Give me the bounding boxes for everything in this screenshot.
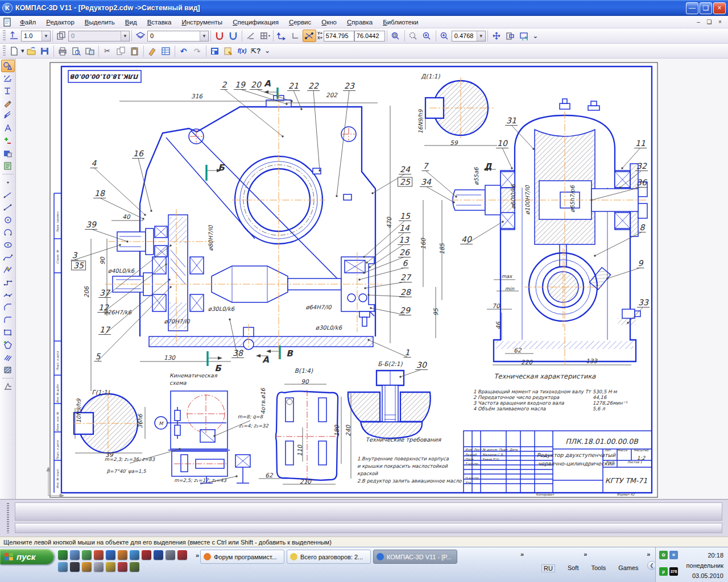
mdi-minimize-button[interactable]: – (694, 19, 703, 25)
quicklaunch-icon[interactable] (166, 550, 175, 560)
quicklaunch-icon[interactable] (106, 550, 115, 560)
menu-item[interactable]: Файл (15, 17, 41, 27)
editing-panel-button[interactable] (1, 97, 15, 110)
variables-button[interactable]: f(x) (235, 45, 249, 57)
reports-panel-button[interactable] (1, 160, 15, 172)
menu-item[interactable]: Вставка (142, 17, 177, 27)
document-view[interactable] (16, 59, 728, 499)
document-manager-button[interactable] (222, 45, 235, 57)
fillet-tool[interactable] (1, 314, 15, 326)
quicklaunch-icon[interactable] (130, 550, 139, 560)
toolbar-chevron[interactable]: » (520, 551, 524, 558)
quicklaunch-icon[interactable] (118, 550, 127, 560)
polyline-tool[interactable] (1, 276, 15, 289)
menu-item[interactable]: Вид (120, 17, 142, 27)
step-icon[interactable] (7, 30, 21, 42)
desktop-toolbar-tools[interactable]: Tools (591, 564, 606, 572)
quicklaunch-icon[interactable] (94, 550, 104, 560)
magnet-blue-icon[interactable] (226, 30, 240, 42)
refresh-icon[interactable] (517, 30, 531, 42)
toolbar-grip[interactable] (3, 30, 6, 41)
zoom-scale-icon[interactable] (438, 30, 452, 42)
quicklaunch-icon[interactable] (58, 550, 68, 560)
segment-tool[interactable] (1, 201, 15, 214)
quicklaunch-icon[interactable] (142, 550, 151, 560)
designations-panel-button[interactable] (1, 85, 15, 97)
magnet-red-icon[interactable] (213, 30, 226, 42)
menu-item[interactable]: Инструменты (176, 17, 228, 27)
quicklaunch-chevron[interactable]: » (196, 552, 199, 559)
copy-properties-button[interactable] (146, 45, 159, 57)
context-help-button[interactable]: ⇱? (249, 45, 263, 57)
menu-item[interactable]: Сервис (284, 17, 316, 27)
quicklaunch-icon[interactable] (154, 550, 163, 560)
tray-network-icon[interactable]: ⌗ (669, 551, 678, 559)
chamfer-tool[interactable] (1, 301, 15, 314)
mdi-close-button[interactable]: × (715, 19, 725, 25)
menu-item[interactable]: Справка (342, 17, 378, 27)
taskbar-task-button[interactable]: КОМПАС-3D V11 - [Р... (373, 550, 457, 564)
continuous-input-tool[interactable] (1, 264, 15, 276)
redo-button[interactable]: ↷ (191, 45, 204, 57)
layer-combo[interactable]: 0▼ (147, 31, 209, 41)
menu-item[interactable]: Библиотеки (378, 17, 423, 27)
hatch-lines-tool[interactable] (1, 351, 15, 364)
quicklaunch-icon[interactable] (94, 562, 104, 572)
menu-item[interactable]: Редактор (41, 17, 80, 27)
grid-icon[interactable] (258, 30, 271, 42)
quicklaunch-icon[interactable] (82, 550, 92, 560)
arc-tool[interactable] (1, 226, 15, 239)
mdi-restore-button[interactable]: ❏ (705, 19, 714, 25)
toolbar-overflow-chevron[interactable]: ⌄ (533, 32, 538, 40)
close-button[interactable]: × (713, 2, 726, 14)
local-axes-icon[interactable] (275, 30, 289, 42)
zoom-combo[interactable]: 0.4768▼ (452, 31, 486, 41)
desktop-toolbar-ru[interactable]: RU (541, 564, 555, 572)
copies-icon[interactable] (55, 30, 68, 42)
paste-button[interactable] (128, 45, 142, 57)
snap-icon[interactable] (303, 30, 316, 42)
toolbar-overflow-chevron[interactable]: ⌄ (265, 47, 270, 55)
tray-clover-icon[interactable]: ✿ (659, 551, 668, 559)
menu-item[interactable]: Спецификация (228, 17, 284, 27)
cut-button[interactable]: ✂ (101, 45, 114, 57)
nurbs-tool[interactable] (1, 251, 15, 264)
coord-y-input[interactable]: 76.0442 (354, 31, 385, 41)
menu-item[interactable]: Выделить (80, 17, 120, 27)
spec-table-button[interactable] (159, 45, 173, 57)
toolbar-grip[interactable] (3, 45, 6, 57)
copy-button[interactable] (114, 45, 128, 57)
tray-counter-badge[interactable]: 376 (669, 567, 678, 576)
hatch-tool[interactable] (1, 364, 15, 376)
ortho-icon[interactable] (244, 30, 258, 42)
quicklaunch-icon[interactable] (70, 562, 80, 572)
menu-item[interactable]: Окно (316, 17, 342, 27)
quicklaunch-icon[interactable] (177, 550, 187, 560)
toolbar-chevron[interactable]: » (584, 551, 587, 558)
zoom-window-icon[interactable] (407, 30, 420, 42)
desktop-toolbar-games[interactable]: Games (618, 564, 638, 572)
coord-x-input[interactable]: 574.795 (324, 31, 354, 41)
measure-panel-button[interactable] (1, 122, 15, 135)
layers-icon[interactable] (134, 30, 147, 42)
save-button[interactable] (38, 45, 52, 57)
tray-utorrent-icon[interactable]: µ (659, 567, 668, 576)
fit-icon[interactable] (503, 30, 517, 42)
restore-button[interactable]: ❏ (700, 2, 712, 14)
corner-icon[interactable] (289, 30, 303, 42)
ellipse-tool[interactable] (1, 239, 15, 251)
zoom-in-icon[interactable] (420, 30, 434, 42)
taskbar-task-button[interactable]: Всего разговоров: 2... (287, 550, 371, 564)
parametrization-panel-button[interactable] (1, 110, 15, 122)
aux-line-tool[interactable] (1, 189, 15, 201)
pan-icon[interactable] (490, 30, 503, 42)
document-combo[interactable]: 0▼ (68, 31, 130, 41)
new-dropdown[interactable]: ▾ (21, 47, 24, 55)
desktop-toolbar-soft[interactable]: Soft (568, 564, 579, 572)
print-button[interactable] (56, 45, 69, 57)
new-document-button[interactable] (7, 45, 21, 57)
window-layout-button[interactable] (208, 45, 222, 57)
specification-panel-button[interactable] (1, 147, 15, 160)
import-button[interactable] (83, 45, 97, 57)
quicklaunch-icon[interactable] (106, 562, 115, 572)
